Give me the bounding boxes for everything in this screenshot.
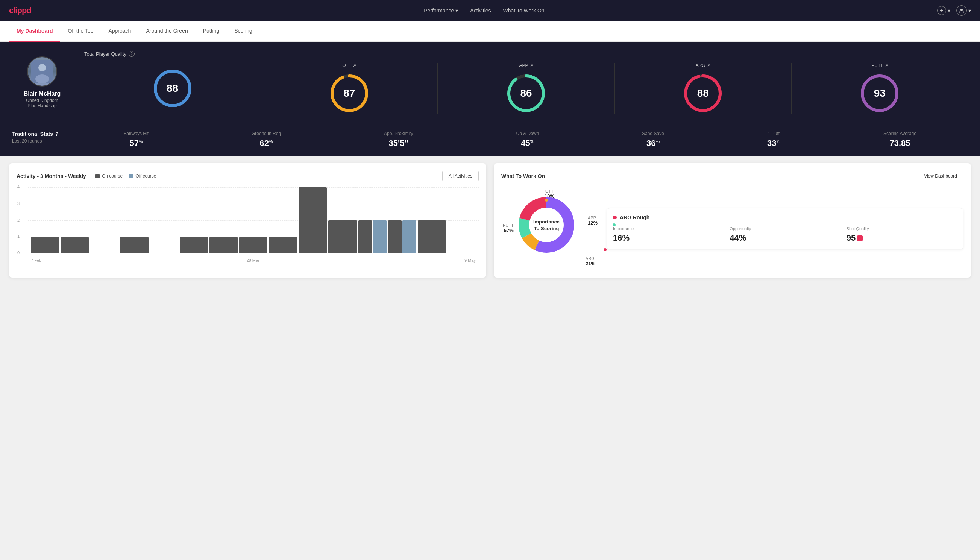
arg-label: ARG ↗ bbox=[696, 63, 710, 68]
app-logo[interactable]: clippd bbox=[9, 6, 31, 15]
stat-proximity: App. Proximity 35'5" bbox=[384, 131, 413, 148]
tab-approach[interactable]: Approach bbox=[101, 21, 138, 42]
main-score-value: 88 bbox=[166, 82, 178, 94]
all-activities-button[interactable]: All Activities bbox=[442, 171, 479, 181]
putt-label: PUTT ↗ bbox=[871, 63, 888, 68]
main-score-circle: 88 bbox=[152, 68, 193, 109]
activity-chart: 4 3 2 1 0 7 Feb 28 Mar 9 May bbox=[17, 187, 479, 263]
stat-sandsave: Sand Save 36% bbox=[642, 131, 664, 148]
quality-section: Total Player Quality ? 88 OTT ↗ bbox=[84, 51, 968, 114]
player-handicap: Plus Handicap bbox=[27, 103, 57, 108]
chevron-down-icon: ▾ bbox=[968, 8, 971, 13]
stats-help-icon[interactable]: ? bbox=[55, 131, 59, 137]
nav-performance[interactable]: Performance ▾ bbox=[424, 8, 458, 13]
bar-group bbox=[60, 187, 89, 253]
svg-text:Importance: Importance bbox=[533, 219, 559, 225]
quality-main: 88 bbox=[84, 68, 261, 109]
putt-circle: 93 bbox=[859, 73, 900, 114]
tab-putting[interactable]: Putting bbox=[196, 21, 227, 42]
bar-group bbox=[328, 187, 356, 253]
bar-oncourse bbox=[299, 187, 327, 253]
workon-content: OTT 10% APP 12% ARG 21% PUTT 57% bbox=[501, 187, 963, 270]
quality-app: APP ↗ 86 bbox=[438, 63, 614, 114]
bar-group bbox=[418, 187, 446, 253]
svg-text:To Scoring: To Scoring bbox=[534, 226, 559, 231]
add-button[interactable]: + ▾ bbox=[937, 6, 950, 15]
legend-oncourse: On course bbox=[95, 173, 123, 178]
metric-shot-quality: Shot Quality 95 ↓ bbox=[847, 227, 957, 243]
tab-off-the-tee[interactable]: Off the Tee bbox=[60, 21, 101, 42]
bar-offcourse bbox=[373, 220, 387, 253]
svg-point-2 bbox=[38, 64, 46, 72]
nav-links: Performance ▾ Activities What To Work On bbox=[424, 8, 544, 13]
app-circle: 86 bbox=[506, 73, 547, 114]
stat-fairways: Fairways Hit 57% bbox=[124, 131, 148, 148]
bar-oncourse bbox=[210, 237, 238, 253]
bar-oncourse bbox=[120, 237, 148, 253]
nav-what-to-work-on[interactable]: What To Work On bbox=[503, 8, 544, 13]
nav-activities[interactable]: Activities bbox=[470, 8, 491, 13]
ott-value: 87 bbox=[343, 87, 355, 99]
quality-title: Total Player Quality ? bbox=[84, 51, 968, 57]
chevron-down-icon: ▾ bbox=[456, 8, 458, 13]
donut-section: OTT 10% APP 12% ARG 21% PUTT 57% bbox=[501, 187, 599, 270]
arg-circle: 88 bbox=[682, 73, 724, 114]
info-card: ARG Rough Importance 16% Opportunity 44%… bbox=[607, 208, 963, 249]
tab-scoring[interactable]: Scoring bbox=[227, 21, 260, 42]
bar-oncourse bbox=[180, 237, 208, 253]
legend-offcourse: Off course bbox=[129, 173, 156, 178]
ott-label: OTT ↗ bbox=[342, 63, 356, 68]
player-info: Blair McHarg United Kingdom Plus Handica… bbox=[12, 57, 72, 108]
bar-oncourse bbox=[358, 220, 372, 253]
bar-group bbox=[180, 187, 208, 253]
bar-group bbox=[299, 187, 327, 253]
bar-oncourse bbox=[388, 220, 402, 253]
tab-around-the-green[interactable]: Around the Green bbox=[138, 21, 195, 42]
offcourse-dot bbox=[129, 174, 133, 178]
bar-oncourse bbox=[60, 237, 89, 253]
stats-title: Traditional Stats ? bbox=[12, 131, 72, 137]
stats-items: Fairways Hit 57% Greens In Reg 62% App. … bbox=[72, 131, 968, 148]
top-navigation: clippd Performance ▾ Activities What To … bbox=[0, 0, 980, 21]
bottom-section: Activity - 3 Months - Weekly On course O… bbox=[0, 156, 980, 285]
bar-oncourse bbox=[31, 237, 59, 253]
stats-label-section: Traditional Stats ? Last 20 rounds bbox=[12, 131, 72, 144]
view-dashboard-button[interactable]: View Dashboard bbox=[918, 171, 963, 181]
stat-updown: Up & Down 45% bbox=[516, 131, 539, 148]
ott-trend: ↗ bbox=[353, 63, 356, 68]
user-menu-button[interactable]: ▾ bbox=[956, 5, 971, 16]
annotation-arg: ARG 21% bbox=[586, 256, 595, 266]
down-badge: ↓ bbox=[857, 235, 863, 241]
chevron-down-icon: ▾ bbox=[948, 8, 950, 13]
bar-offcourse bbox=[403, 220, 416, 253]
avatar bbox=[27, 57, 57, 87]
donut-svg-wrapper: Importance To Scoring bbox=[516, 195, 614, 257]
stat-scoring: Scoring Average 73.85 bbox=[883, 131, 917, 148]
tab-my-dashboard[interactable]: My Dashboard bbox=[9, 21, 60, 42]
app-label: APP ↗ bbox=[519, 63, 533, 68]
info-card-title: ARG Rough bbox=[613, 214, 957, 220]
quality-ott: OTT ↗ 87 bbox=[261, 63, 438, 114]
bar-oncourse bbox=[269, 237, 297, 253]
bars-container bbox=[28, 187, 479, 253]
workon-title: What To Work On bbox=[501, 173, 545, 179]
x-labels: 7 Feb 28 Mar 9 May bbox=[28, 258, 479, 263]
player-country: United Kingdom bbox=[26, 98, 58, 103]
stats-subtitle: Last 20 rounds bbox=[12, 138, 72, 144]
app-value: 86 bbox=[520, 87, 532, 99]
bar-group bbox=[358, 187, 387, 253]
player-name: Blair McHarg bbox=[24, 90, 61, 97]
quality-circles: 88 OTT ↗ 87 AP bbox=[84, 63, 968, 114]
stat-oneputt: 1 Putt 33% bbox=[767, 131, 780, 148]
bar-group bbox=[388, 187, 416, 253]
activity-legend: On course Off course bbox=[95, 173, 156, 178]
info-metrics: Importance 16% Opportunity 44% Shot Qual… bbox=[613, 227, 957, 243]
stat-greens: Greens In Reg 62% bbox=[251, 131, 281, 148]
help-icon[interactable]: ? bbox=[129, 51, 135, 57]
bar-group bbox=[150, 187, 178, 253]
annotation-putt: PUTT 57% bbox=[503, 223, 514, 233]
ott-circle: 87 bbox=[329, 73, 370, 114]
workon-card-header: What To Work On View Dashboard bbox=[501, 171, 963, 181]
oncourse-dot bbox=[95, 174, 100, 178]
metric-importance: Importance 16% bbox=[613, 227, 724, 243]
